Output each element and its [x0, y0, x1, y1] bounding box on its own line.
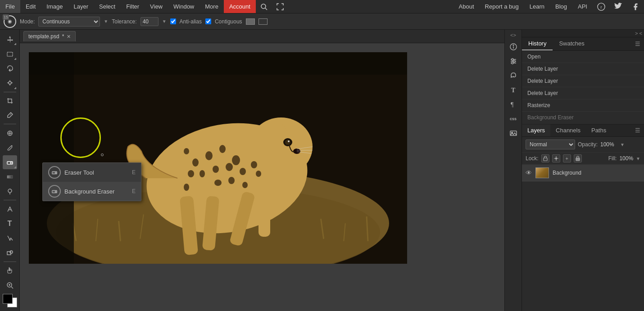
- eraser-tool-option[interactable]: Eraser Tool E: [43, 163, 141, 182]
- fill-arrow[interactable]: ▼: [636, 156, 640, 161]
- magic-wand-tool[interactable]: [3, 76, 17, 90]
- menu-blog[interactable]: Blog: [550, 3, 572, 10]
- menu-image[interactable]: Image: [41, 0, 68, 13]
- background-eraser-icon-ctx: [48, 185, 61, 198]
- opacity-value: 100%: [600, 141, 617, 148]
- menu-select[interactable]: Select: [94, 0, 121, 13]
- mode-label: Mode:: [20, 18, 35, 25]
- css-panel-icon[interactable]: css: [507, 113, 520, 125]
- svg-point-42: [232, 155, 240, 165]
- history-tab[interactable]: History: [522, 37, 553, 50]
- lock-pixels-btn[interactable]: [541, 154, 549, 162]
- svg-rect-15: [7, 162, 11, 164]
- collapse-left[interactable]: <>: [510, 32, 516, 39]
- text-panel-icon[interactable]: T: [507, 84, 520, 96]
- healing-brush-tool[interactable]: [3, 126, 17, 140]
- lock-artboard-btn[interactable]: +: [563, 154, 571, 162]
- history-item-rasterize[interactable]: Rasterize: [522, 99, 644, 112]
- svg-point-22: [9, 239, 10, 241]
- history-item-2[interactable]: Delete Layer: [522, 75, 644, 87]
- foreground-color-swatch[interactable]: [3, 294, 13, 304]
- brush-tool[interactable]: [3, 141, 17, 154]
- info-panel-icon[interactable]: [507, 41, 520, 53]
- lock-move-btn[interactable]: [552, 154, 560, 162]
- paragraph-panel-icon[interactable]: ¶: [507, 98, 520, 111]
- twitter-icon[interactable]: [610, 3, 627, 11]
- menu-report-bug[interactable]: Report a bug: [480, 3, 524, 10]
- menu-window[interactable]: Window: [168, 0, 200, 13]
- history-item-bg-eraser[interactable]: Background Eraser: [522, 112, 644, 124]
- lasso-tool[interactable]: [3, 62, 17, 75]
- pen-tool[interactable]: [3, 202, 17, 216]
- background-eraser-shortcut: E: [132, 188, 136, 194]
- menu-more[interactable]: More: [200, 0, 224, 13]
- color-swatches[interactable]: [3, 294, 17, 307]
- channels-tab[interactable]: Channels: [550, 124, 586, 136]
- tab-modified: *: [62, 33, 64, 40]
- move-tool[interactable]: [3, 32, 17, 46]
- menu-edit[interactable]: Edit: [20, 0, 41, 13]
- eyedropper-tool[interactable]: [3, 108, 17, 122]
- shape-tool[interactable]: [3, 246, 17, 260]
- mode-select[interactable]: Continuous Once Background Swatch: [38, 17, 100, 27]
- layer-background-row[interactable]: 👁 Background: [522, 165, 644, 181]
- svg-rect-16: [11, 162, 13, 164]
- menu-file[interactable]: File: [0, 0, 20, 13]
- layer-visibility-toggle[interactable]: 👁: [526, 169, 532, 176]
- marquee-tool[interactable]: [3, 47, 17, 60]
- crop-tool[interactable]: [3, 94, 17, 108]
- sample-swatch-2[interactable]: [259, 18, 268, 25]
- menu-about[interactable]: About: [454, 3, 480, 10]
- layers-tab[interactable]: Layers: [522, 124, 550, 136]
- tolerance-arrow: ▼: [162, 19, 167, 24]
- dodge-tool[interactable]: [3, 185, 17, 198]
- toolbox: T: [0, 30, 20, 311]
- adjustments-panel-icon[interactable]: [507, 55, 520, 68]
- canvas-container[interactable]: Eraser Tool E Background Eraser: [20, 43, 504, 311]
- history-panel-menu-btn[interactable]: ☰: [631, 39, 644, 49]
- blend-mode-select[interactable]: Normal Multiply Screen Overlay: [526, 140, 575, 149]
- menu-filter[interactable]: Filter: [121, 0, 145, 13]
- history-item-1[interactable]: Delete Layer: [522, 63, 644, 75]
- layers-panel-menu-btn[interactable]: ☰: [631, 125, 644, 135]
- panels-column: > < History Swatches ☰ Open Delete Layer…: [522, 30, 644, 311]
- search-icon-btn[interactable]: [256, 0, 272, 13]
- history-item-3[interactable]: Delete Layer: [522, 87, 644, 99]
- contiguous-checkbox[interactable]: [205, 18, 211, 24]
- menu-learn[interactable]: Learn: [524, 3, 550, 10]
- reddit-icon[interactable]: r: [593, 3, 610, 11]
- fullscreen-icon-btn[interactable]: [272, 0, 288, 13]
- menu-layer[interactable]: Layer: [68, 0, 94, 13]
- tab-close-btn[interactable]: ✕: [67, 34, 71, 40]
- paths-tab[interactable]: Paths: [586, 124, 612, 136]
- layers-options-row: Normal Multiply Screen Overlay Opacity: …: [522, 137, 644, 153]
- opacity-arrow[interactable]: ▼: [620, 142, 625, 147]
- zoom-tool[interactable]: [3, 278, 17, 292]
- menu-api[interactable]: API: [572, 3, 593, 10]
- menu-view[interactable]: View: [145, 0, 168, 13]
- background-eraser-option[interactable]: Background Eraser E: [43, 182, 141, 201]
- history-item-open[interactable]: Open: [522, 51, 644, 63]
- eraser-tool-icon[interactable]: 15 ◉: [4, 15, 16, 28]
- main-area: T: [0, 30, 644, 311]
- svg-point-48: [214, 180, 222, 186]
- tolerance-input[interactable]: [141, 17, 159, 26]
- collapse-right-btn[interactable]: > <: [635, 31, 642, 36]
- swatches-tab[interactable]: Swatches: [553, 37, 590, 50]
- antialias-label: Anti-alias: [180, 18, 202, 25]
- lock-all-btn[interactable]: [574, 154, 582, 162]
- hand-tool[interactable]: [3, 264, 17, 277]
- history-panel: History Swatches ☰ Open Delete Layer Del…: [522, 37, 644, 124]
- facebook-icon[interactable]: [627, 3, 644, 11]
- document-tab[interactable]: template.psd * ✕: [23, 31, 76, 41]
- eraser-tool[interactable]: [3, 155, 17, 169]
- image-panel-icon[interactable]: [507, 127, 520, 140]
- sample-swatch-1[interactable]: [246, 18, 255, 25]
- antialias-checkbox[interactable]: [170, 18, 176, 24]
- paint-panel-icon[interactable]: [507, 69, 520, 82]
- svg-marker-4: [7, 36, 13, 42]
- menu-account[interactable]: Account: [224, 0, 256, 13]
- type-tool[interactable]: T: [3, 217, 17, 230]
- path-selection-tool[interactable]: [3, 231, 17, 245]
- gradient-tool[interactable]: [3, 170, 17, 184]
